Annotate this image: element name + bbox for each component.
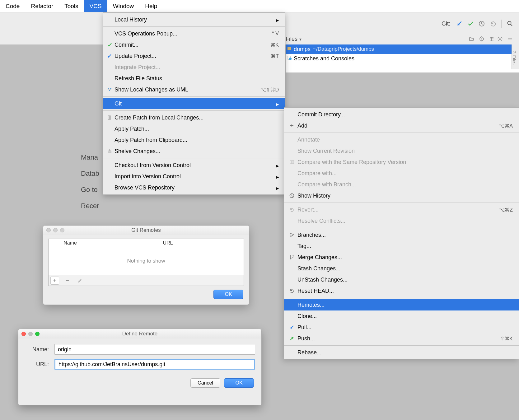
menu-refactor[interactable]: Refactor: [25, 0, 59, 12]
svg-point-16: [290, 233, 292, 234]
gi-unstash[interactable]: UnStash Changes...: [284, 274, 519, 285]
gi-remotes[interactable]: Remotes...: [284, 299, 519, 310]
tree-root-name: dumps: [294, 46, 311, 53]
git-remotes-dialog: Git Remotes Name URL Nothing to show + −…: [43, 225, 249, 305]
gi-reset-head[interactable]: Reset HEAD...: [284, 285, 519, 296]
traffic-min-icon[interactable]: [53, 228, 58, 232]
mi-import-vc[interactable]: Import into Version Control: [103, 171, 285, 182]
svg-rect-10: [109, 90, 110, 91]
edit-remote-button[interactable]: [75, 277, 84, 285]
gi-tag[interactable]: Tag...: [284, 240, 519, 252]
gi-branches[interactable]: Branches...: [284, 229, 519, 240]
gi-rebase[interactable]: Rebase...: [284, 347, 519, 358]
cancel-button[interactable]: Cancel: [190, 378, 220, 388]
update-icon[interactable]: [456, 20, 463, 27]
gi-compare-with: Compare with...: [284, 168, 519, 179]
plus-icon: [289, 124, 295, 128]
url-field[interactable]: [54, 359, 255, 370]
files-panel-label[interactable]: Files: [286, 36, 297, 42]
mi-local-history[interactable]: Local History: [103, 14, 285, 25]
search-icon[interactable]: [507, 20, 513, 27]
add-remote-button[interactable]: +: [50, 277, 59, 285]
gi-stash[interactable]: Stash Changes...: [284, 263, 519, 274]
merge-icon: [289, 255, 295, 259]
history-icon[interactable]: [478, 20, 485, 27]
define-form: Name: URL:: [18, 338, 261, 370]
clock-icon: [289, 193, 295, 198]
mi-checkout-vc[interactable]: Checkout from Version Control: [103, 160, 285, 171]
gi-push[interactable]: Push...⇧⌘K: [284, 333, 519, 344]
target-icon[interactable]: [478, 35, 485, 42]
collapse-icon[interactable]: [488, 35, 495, 42]
minimize-icon[interactable]: [507, 35, 513, 42]
push-icon: [289, 336, 295, 341]
mi-create-patch[interactable]: Create Patch from Local Changes...: [103, 112, 285, 123]
triangle-right-icon: [276, 173, 279, 180]
menu-vcs[interactable]: VCS: [84, 0, 107, 12]
gi-add[interactable]: Add⌥⌘A: [284, 120, 519, 131]
svg-rect-8: [108, 88, 109, 89]
gi-annotate: Annotate: [284, 134, 519, 145]
svg-rect-12: [108, 151, 111, 153]
shortcut-text: ^ V: [272, 31, 279, 36]
tree-scratches-label: Scratches and Consoles: [294, 55, 354, 62]
traffic-lights: [21, 332, 40, 336]
commit-icon[interactable]: [467, 20, 474, 27]
dialog-title: Define Remote: [122, 331, 157, 337]
traffic-close-icon[interactable]: [21, 332, 26, 336]
gi-commit-directory[interactable]: Commit Directory...: [284, 109, 519, 120]
col-header-url[interactable]: URL: [92, 239, 244, 247]
project-tree: dumps ~/DatagripProjects/dumps Scratches…: [286, 44, 519, 72]
vcs-dropdown: Local History VCS Operations Popup...^ V…: [103, 12, 285, 195]
gi-clone[interactable]: Clone...: [284, 310, 519, 322]
dialog-titlebar: Define Remote: [18, 329, 261, 338]
mi-refresh-file-status[interactable]: Refresh File Status: [103, 73, 285, 84]
tree-row-root[interactable]: dumps ~/DatagripProjects/dumps: [286, 44, 519, 54]
table-header: Name URL: [49, 239, 244, 247]
mi-show-local-changes-uml[interactable]: Show Local Changes as UML⌥⇧⌘D: [103, 84, 285, 95]
col-header-name[interactable]: Name: [49, 239, 92, 247]
remove-remote-button[interactable]: −: [63, 277, 72, 285]
mi-git[interactable]: Git: [103, 98, 285, 109]
traffic-lights: [46, 228, 64, 232]
gear-icon[interactable]: [497, 35, 503, 42]
svg-point-3: [481, 39, 482, 40]
mi-vcs-ops-popup[interactable]: VCS Operations Popup...^ V: [103, 28, 285, 39]
uml-icon: [106, 87, 113, 92]
mi-commit[interactable]: Commit...⌘K: [103, 39, 285, 50]
mi-apply-patch-clipboard[interactable]: Apply Patch from Clipboard...: [103, 134, 285, 146]
menu-code[interactable]: Code: [0, 0, 25, 12]
svg-point-19: [290, 255, 291, 256]
traffic-max-icon[interactable]: [60, 228, 64, 232]
mi-apply-patch[interactable]: Apply Patch...: [103, 123, 285, 134]
open-icon[interactable]: [468, 35, 475, 42]
ok-button[interactable]: OK: [224, 378, 254, 388]
traffic-max-icon[interactable]: [35, 332, 40, 336]
chevron-down-icon[interactable]: [299, 36, 302, 42]
name-field[interactable]: [54, 344, 255, 355]
menu-tools[interactable]: Tools: [59, 0, 84, 12]
gi-merge[interactable]: Merge Changes...: [284, 252, 519, 263]
svg-rect-14: [292, 161, 294, 164]
traffic-min-icon[interactable]: [28, 332, 33, 336]
mi-update-project[interactable]: Update Project...⌘T: [103, 50, 285, 62]
gi-pull[interactable]: Pull...: [284, 322, 519, 333]
svg-point-17: [290, 236, 292, 237]
welcome-text: Mana Datab Go to Recer: [81, 149, 99, 214]
commit-check-icon: [106, 42, 113, 47]
mi-shelve-changes[interactable]: Shelve Changes...: [103, 146, 285, 157]
shortcut-text: ⇧⌘K: [500, 336, 513, 342]
files-panel-header: Files: [286, 34, 513, 44]
traffic-close-icon[interactable]: [46, 228, 51, 232]
gi-show-history[interactable]: Show History: [284, 190, 519, 201]
folder-icon: [287, 46, 292, 53]
revert-icon[interactable]: [489, 20, 496, 27]
table-empty: Nothing to show: [49, 247, 244, 275]
remotes-ok-button[interactable]: OK: [213, 290, 243, 299]
menu-help[interactable]: Help: [139, 0, 163, 12]
mi-browse-vcs-repo[interactable]: Browse VCS Repository: [103, 182, 285, 193]
triangle-right-icon: [276, 100, 279, 107]
menu-window[interactable]: Window: [107, 0, 140, 12]
side-tab-files[interactable]: 2: Files: [512, 44, 519, 69]
tree-row-scratches[interactable]: Scratches and Consoles: [286, 54, 519, 63]
